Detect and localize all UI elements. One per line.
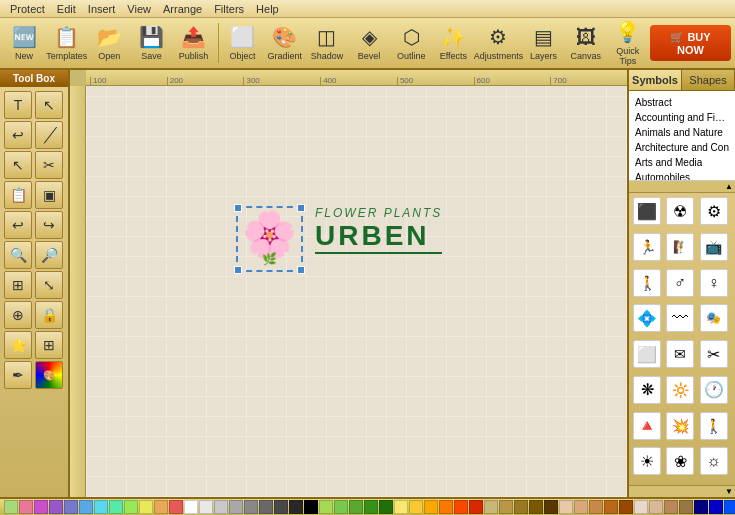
color-swatch[interactable] [394, 500, 408, 514]
color-swatch[interactable] [664, 500, 678, 514]
open-button[interactable]: 📂 Open [89, 20, 129, 66]
color-swatch[interactable] [409, 500, 423, 514]
resize-tool[interactable]: ⤡ [35, 271, 63, 299]
menu-view[interactable]: View [121, 3, 157, 15]
symbol-scissors[interactable]: ✂ [700, 340, 728, 368]
color-swatch[interactable] [154, 500, 168, 514]
color-swatch[interactable] [559, 500, 573, 514]
save-button[interactable]: 💾 Save [131, 20, 171, 66]
color-swatch[interactable] [379, 500, 393, 514]
color-swatch[interactable] [709, 500, 723, 514]
color-swatch[interactable] [214, 500, 228, 514]
color-swatch[interactable] [229, 500, 243, 514]
color-swatch[interactable] [364, 500, 378, 514]
select-tool[interactable]: ↖ [35, 91, 63, 119]
cat-autos[interactable]: Automobiles [631, 170, 733, 181]
color-swatch[interactable] [424, 500, 438, 514]
zoom-in-tool[interactable]: 🔍 [4, 241, 32, 269]
color-swatch[interactable] [79, 500, 93, 514]
color-swatch[interactable] [349, 500, 363, 514]
tab-symbols[interactable]: Symbols [629, 70, 682, 90]
bevel-button[interactable]: ◈ Bevel [349, 20, 389, 66]
line-tool[interactable]: ╱ [35, 121, 63, 149]
cat-animals[interactable]: Animals and Nature [631, 125, 733, 140]
logo-box[interactable]: 🌸 🌿 [236, 206, 303, 272]
color-swatch[interactable] [484, 500, 498, 514]
symbol-running[interactable]: 🏃 [633, 233, 661, 261]
adjustments-button[interactable]: ⚙ Adjustments [475, 20, 521, 66]
templates-button[interactable]: 📋 Templates [46, 20, 87, 66]
scroll-up-icon[interactable]: ▲ [725, 182, 733, 191]
cat-abstract[interactable]: Abstract [631, 95, 733, 110]
menu-arrange[interactable]: Arrange [157, 3, 208, 15]
symbol-person2[interactable]: 🚶 [700, 412, 728, 440]
undo-tool[interactable]: ↩ [4, 121, 32, 149]
color-swatch[interactable] [619, 500, 633, 514]
object-button[interactable]: ⬜ Object [223, 20, 263, 66]
category-list[interactable]: Abstract Accounting and Finan Animals an… [629, 91, 735, 181]
color-swatch[interactable] [4, 500, 18, 514]
color-swatch[interactable] [49, 500, 63, 514]
symbol-screen[interactable]: 📺 [700, 233, 728, 261]
color-swatch[interactable] [649, 500, 663, 514]
color-swatch[interactable] [139, 500, 153, 514]
color-swatch[interactable] [199, 500, 213, 514]
color-swatch[interactable] [439, 500, 453, 514]
color-swatch[interactable] [514, 500, 528, 514]
arrow-tool[interactable]: ↖ [4, 151, 32, 179]
symbol-diamond[interactable]: 💠 [633, 304, 661, 332]
color-swatch[interactable] [19, 500, 33, 514]
color-swatch[interactable] [109, 500, 123, 514]
symbol-sun[interactable]: ☀ [633, 447, 661, 475]
tab-shapes[interactable]: Shapes [682, 70, 735, 90]
symbol-sparkle[interactable]: ❋ [633, 376, 661, 404]
symbol-walking[interactable]: 🚶 [633, 269, 661, 297]
symbol-masks[interactable]: 🎭 [700, 304, 728, 332]
color-swatch[interactable] [499, 500, 513, 514]
symbol-radioactive[interactable]: ☢ [666, 197, 694, 225]
color-swatch[interactable] [679, 500, 693, 514]
canvas-content[interactable]: 🌸 🌿 FLOWER PLANTS URBEN [236, 206, 442, 272]
symbol-clock[interactable]: 🕐 [700, 376, 728, 404]
shadow-button[interactable]: ◫ Shadow [307, 20, 347, 66]
buy-now-button[interactable]: 🛒 BUY NOW [650, 25, 731, 61]
color-swatch[interactable] [64, 500, 78, 514]
color-swatch[interactable] [319, 500, 333, 514]
effects-button[interactable]: ✨ Effects [433, 20, 473, 66]
color-swatch[interactable] [289, 500, 303, 514]
color-swatch[interactable] [259, 500, 273, 514]
pen-tool[interactable]: ✒ [4, 361, 32, 389]
symbol-triangle[interactable]: 🔺 [633, 412, 661, 440]
color-swatch[interactable] [184, 500, 198, 514]
symbol-mail[interactable]: ✉ [666, 340, 694, 368]
color-swatch[interactable] [244, 500, 258, 514]
color-swatch[interactable] [124, 500, 138, 514]
color-swatch[interactable] [574, 500, 588, 514]
symbol-flower[interactable]: ❀ [666, 447, 694, 475]
menu-filters[interactable]: Filters [208, 3, 250, 15]
symbol-explosion[interactable]: 💥 [666, 412, 694, 440]
quick-tips-button[interactable]: 💡 Quick Tips [608, 20, 648, 66]
gradient-button[interactable]: 🎨 Gradient [265, 20, 305, 66]
color-swatch[interactable] [544, 500, 558, 514]
canvas[interactable]: 🌸 🌿 FLOWER PLANTS URBEN [86, 86, 627, 497]
color-tool[interactable]: 🎨 [35, 361, 63, 389]
rect-tool[interactable]: ▣ [35, 181, 63, 209]
color-swatch[interactable] [469, 500, 483, 514]
symbol-sun2[interactable]: ☼ [700, 447, 728, 475]
circle-tool[interactable]: ⊕ [4, 301, 32, 329]
outline-button[interactable]: ⬡ Outline [391, 20, 431, 66]
color-swatch[interactable] [169, 500, 183, 514]
color-swatch[interactable] [454, 500, 468, 514]
table-tool[interactable]: ⊞ [35, 331, 63, 359]
lock-tool[interactable]: 🔒 [35, 301, 63, 329]
publish-button[interactable]: 📤 Publish [174, 20, 214, 66]
cut-tool[interactable]: ✂ [35, 151, 63, 179]
color-swatch[interactable] [334, 500, 348, 514]
zoom-out-tool[interactable]: 🔎 [35, 241, 63, 269]
symbol-climbing[interactable]: 🧗 [666, 233, 694, 261]
menu-help[interactable]: Help [250, 3, 285, 15]
color-swatch[interactable] [589, 500, 603, 514]
symbol-male[interactable]: ♂ [666, 269, 694, 297]
color-swatch[interactable] [274, 500, 288, 514]
